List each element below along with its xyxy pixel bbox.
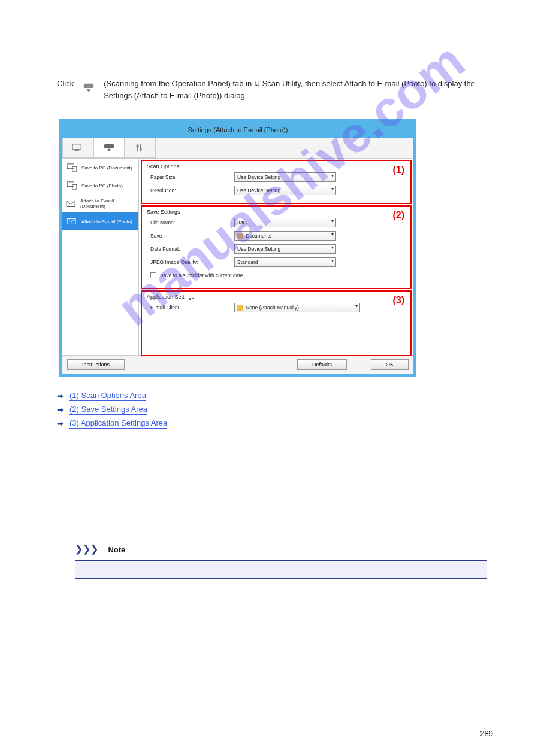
dialog-title: Settings (Attach to E-mail (Photo)) bbox=[62, 122, 413, 138]
scan-options-section: (1) Scan Options Paper Size: Use Device … bbox=[141, 160, 412, 204]
section-links: ➡ (1) Scan Options Area ➡ (2) Save Setti… bbox=[57, 391, 493, 429]
scanner-icon bbox=[82, 81, 95, 98]
paper-size-dropdown[interactable]: Use Device Setting bbox=[234, 172, 336, 182]
arrow-icon: ➡ bbox=[57, 391, 64, 400]
instructions-button[interactable]: Instructions bbox=[67, 359, 125, 370]
photo-pc-icon bbox=[66, 181, 78, 190]
folder-icon bbox=[237, 305, 243, 311]
svg-rect-0 bbox=[84, 84, 94, 88]
application-settings-section: (3) Application Settings E-mail Client: … bbox=[141, 290, 412, 356]
arrow-icon: ➡ bbox=[57, 405, 64, 414]
sidebar: Save to PC (Document) Save to PC (Photo)… bbox=[62, 159, 139, 355]
page-number: 289 bbox=[480, 729, 493, 738]
sidebar-item-label: Save to PC (Document) bbox=[81, 165, 132, 171]
sidebar-item-label: Attach to E-mail (Photo) bbox=[81, 219, 132, 224]
paper-size-label: Paper Size: bbox=[150, 174, 234, 180]
dialog-toolbar-tabs bbox=[62, 138, 413, 159]
tab-monitor[interactable] bbox=[62, 138, 93, 158]
subfolder-checkbox[interactable] bbox=[150, 272, 156, 278]
svg-rect-3 bbox=[75, 150, 79, 151]
svg-point-8 bbox=[137, 145, 139, 147]
svg-rect-2 bbox=[72, 144, 81, 150]
settings-dialog: Settings (Attach to E-mail (Photo)) Save… bbox=[59, 119, 416, 377]
subfolder-label: Save to a subfolder with current date bbox=[160, 272, 243, 278]
sidebar-item-email-doc[interactable]: Attach to E-mail (Document) bbox=[62, 195, 138, 212]
save-settings-section: (2) Save Settings File Name: IMG Save in… bbox=[141, 205, 412, 289]
email-doc-icon bbox=[66, 199, 77, 208]
sidebar-item-label: Save to PC (Photo) bbox=[81, 183, 123, 189]
save-in-dropdown[interactable]: Documents bbox=[234, 231, 336, 241]
save-in-label: Save in: bbox=[150, 233, 234, 239]
application-settings-title: Application Settings bbox=[147, 294, 406, 300]
sidebar-item-label: Attach to E-mail (Document) bbox=[80, 198, 135, 209]
jpeg-quality-label: JPEG Image Quality: bbox=[150, 259, 234, 265]
defaults-button[interactable]: Defaults bbox=[297, 359, 347, 370]
scan-options-title: Scan Options bbox=[147, 163, 406, 169]
annotation-number-3: (3) bbox=[392, 295, 404, 306]
sidebar-item-save-pc-photo[interactable]: Save to PC (Photo) bbox=[62, 177, 138, 195]
svg-marker-5 bbox=[107, 149, 110, 151]
ok-button[interactable]: OK bbox=[371, 359, 409, 370]
file-name-dropdown[interactable]: IMG bbox=[234, 218, 336, 227]
resolution-dropdown[interactable]: Use Device Setting bbox=[234, 186, 336, 195]
note-box bbox=[75, 560, 487, 579]
file-name-label: File Name: bbox=[150, 220, 234, 226]
svg-marker-1 bbox=[87, 89, 91, 93]
data-format-label: Data Format: bbox=[150, 246, 234, 252]
resolution-label: Resolution: bbox=[150, 187, 234, 193]
note-chevrons-icon: ❯❯❯ Note bbox=[75, 544, 493, 555]
link-scan-options[interactable]: (1) Scan Options Area bbox=[69, 391, 146, 401]
folder-icon bbox=[237, 233, 243, 239]
link-application-settings[interactable]: (3) Application Settings Area bbox=[69, 418, 167, 429]
document-pc-icon bbox=[66, 163, 78, 172]
save-in-value: Documents bbox=[246, 233, 271, 239]
email-client-label: E-mail Client: bbox=[150, 305, 234, 311]
tab-scanner[interactable] bbox=[93, 138, 125, 158]
email-client-value: None (Attach Manually) bbox=[246, 305, 299, 311]
arrow-icon: ➡ bbox=[57, 419, 64, 428]
sidebar-item-email-photo[interactable]: Attach to E-mail (Photo) bbox=[62, 212, 138, 230]
save-settings-title: Save Settings bbox=[147, 209, 406, 215]
intro-text: (Scanning from the Operation Panel) tab … bbox=[104, 78, 493, 101]
jpeg-quality-dropdown[interactable]: Standard bbox=[234, 257, 336, 267]
intro-prefix: Click bbox=[57, 78, 74, 90]
intro-paragraph: Click (Scanning from the Operation Panel… bbox=[57, 78, 493, 101]
note-heading: Note bbox=[108, 545, 125, 554]
email-client-dropdown[interactable]: None (Attach Manually) bbox=[234, 303, 360, 312]
dialog-footer: Instructions Defaults OK bbox=[62, 355, 413, 374]
link-save-settings[interactable]: (2) Save Settings Area bbox=[69, 405, 147, 415]
sidebar-item-save-pc-doc[interactable]: Save to PC (Document) bbox=[62, 159, 138, 177]
svg-point-9 bbox=[140, 148, 142, 150]
annotation-number-2: (2) bbox=[392, 210, 404, 221]
svg-rect-4 bbox=[104, 144, 114, 148]
main-panel: (1) Scan Options Paper Size: Use Device … bbox=[139, 159, 413, 355]
annotation-number-1: (1) bbox=[392, 165, 404, 175]
tab-tools[interactable] bbox=[125, 138, 156, 158]
data-format-dropdown[interactable]: Use Device Setting bbox=[234, 244, 336, 254]
email-photo-icon bbox=[66, 217, 78, 226]
